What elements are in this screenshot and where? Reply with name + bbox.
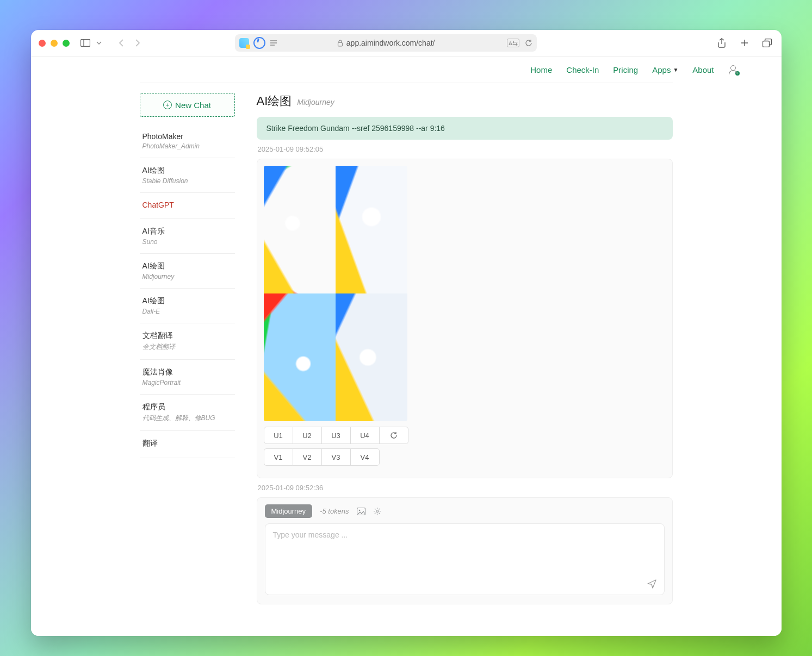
svg-point-12 [376,510,378,513]
image-attach-button[interactable] [357,508,365,515]
sidebar-item-title: 魔法肖像 [142,367,232,377]
safari-window: app.aimindwork.com/chat/ ᴀ⇆ Home Che [31,30,782,636]
u1-button[interactable]: U1 [264,427,293,444]
message-input[interactable] [272,529,638,591]
nav-about[interactable]: About [692,65,714,74]
v1-button[interactable]: V1 [264,448,293,466]
sidebar-item-title: 翻译 [142,439,232,448]
svg-point-11 [358,509,360,511]
u4-button[interactable]: U4 [351,427,380,444]
mode-pill[interactable]: Midjourney [265,504,313,518]
v3-button[interactable]: V3 [322,448,351,466]
nav-user-button[interactable]: + [728,65,738,74]
sidebar-item-subtitle: MagicPortrait [142,379,232,386]
token-cost: -5 tokens [320,507,349,515]
reload-button[interactable] [525,39,532,47]
close-window-button[interactable] [39,40,46,47]
svg-rect-5 [338,42,342,46]
sidebar-item-chatgpt[interactable]: ChatGPT [140,193,235,219]
sidebar-item-coder[interactable]: 程序员 代码生成、解释、修BUG [140,395,235,431]
titlebar: app.aimindwork.com/chat/ ᴀ⇆ [31,30,782,57]
generated-image-grid[interactable] [264,166,407,421]
svg-rect-0 [80,40,90,47]
lock-icon [337,40,343,47]
plus-circle-icon: + [163,101,172,109]
dropdown-chevron-icon[interactable] [96,37,102,49]
sidebar-item-midjourney[interactable]: AI绘图 Midjourney [140,254,235,289]
send-button[interactable] [647,578,658,589]
sidebar-toggle-button[interactable] [79,37,91,49]
extension-icon-1[interactable] [239,38,249,48]
v4-button[interactable]: V4 [351,448,380,466]
sidebar-item-title: AI绘图 [142,296,232,306]
sidebar-item-photomaker[interactable]: PhotoMaker PhotoMaker_Admin [140,124,235,158]
u3-button[interactable]: U3 [322,427,351,444]
refresh-icon [390,432,398,439]
variation-row: V1 V2 V3 V4 [264,448,666,466]
sidebar-item-title: ChatGPT [142,201,232,209]
nav-apps-label: Apps [652,65,671,74]
composer: Midjourney -5 tokens [257,497,673,604]
sidebar-item-suno[interactable]: AI音乐 Suno [140,219,235,254]
forward-button[interactable] [132,37,144,49]
sidebar-item-title: AI绘图 [142,261,232,271]
prompt-bubble: Strike Freedom Gundam --sref 2596159998 … [257,117,673,140]
sidebar-item-title: 文档翻译 [142,331,232,341]
traffic-lights [39,40,70,47]
url-text: app.aimindwork.com/chat/ [346,39,435,47]
chevron-down-icon: ▼ [673,67,678,73]
output-card: U1 U2 U3 U4 V1 V2 V3 V4 [257,159,673,478]
tabs-button[interactable] [761,37,773,49]
svg-rect-9 [763,41,770,47]
sidebar-item-dalle[interactable]: AI绘图 Dall-E [140,289,235,323]
sidebar-item-doctranslate[interactable]: 文档翻译 全文档翻译 [140,323,235,360]
new-chat-label: New Chat [175,101,211,110]
output-timestamp: 2025-01-09 09:52:36 [258,484,672,492]
main-panel: AI绘图 Midjourney Strike Freedom Gundam --… [245,93,673,604]
translate-icon[interactable]: ᴀ⇆ [507,39,519,47]
extension-icon-2[interactable] [253,37,265,49]
fullscreen-window-button[interactable] [63,40,70,47]
sidebar-item-title: PhotoMaker [142,132,232,141]
sidebar-item-subtitle: Dall-E [142,308,232,315]
generated-image-2[interactable] [336,166,407,293]
thread-title-text: AI绘图 [257,93,292,109]
thread-title: AI绘图 Midjourney [257,93,673,109]
sidebar: + New Chat PhotoMaker PhotoMaker_Admin A… [140,93,245,604]
nav-pricing[interactable]: Pricing [613,65,638,74]
sidebar-item-title: 程序员 [142,402,232,412]
sidebar-item-subtitle: PhotoMaker_Admin [142,142,232,150]
nav-home[interactable]: Home [530,65,552,74]
back-button[interactable] [115,37,127,49]
generated-image-3[interactable] [264,293,336,421]
reroll-button[interactable] [380,427,408,444]
sidebar-item-subtitle: 代码生成、解释、修BUG [142,414,232,423]
generated-image-1[interactable] [264,166,336,293]
url-bar[interactable]: app.aimindwork.com/chat/ ᴀ⇆ [235,34,537,52]
nav-apps[interactable]: Apps▼ [652,65,678,74]
thread-subtitle: Midjourney [297,98,334,107]
upscale-row: U1 U2 U3 U4 [264,427,666,444]
u2-button[interactable]: U2 [293,427,322,444]
settings-button[interactable] [373,507,381,515]
message-input-wrapper [265,523,665,595]
generated-image-4[interactable] [336,293,407,421]
sidebar-item-subtitle: Suno [142,238,232,246]
sidebar-item-subtitle: Midjourney [142,273,232,280]
new-tab-button[interactable] [739,37,751,49]
prompt-timestamp: 2025-01-09 09:52:05 [258,145,672,153]
sidebar-item-subtitle: 全文档翻译 [142,342,232,352]
user-icon: + [728,65,738,74]
sidebar-item-sd[interactable]: AI绘图 Stable Diffusion [140,158,235,193]
sidebar-item-magicportrait[interactable]: 魔法肖像 MagicPortrait [140,360,235,395]
page-content: Home Check-In Pricing Apps▼ About + + Ne… [31,57,782,636]
sidebar-item-title: AI绘图 [142,166,232,176]
v2-button[interactable]: V2 [293,448,322,466]
share-button[interactable] [716,37,728,49]
top-nav: Home Check-In Pricing Apps▼ About + [59,57,753,83]
new-chat-button[interactable]: + New Chat [140,93,235,117]
minimize-window-button[interactable] [51,40,58,47]
reader-icon[interactable] [270,40,277,46]
nav-checkin[interactable]: Check-In [566,65,599,74]
sidebar-item-translate[interactable]: 翻译 [140,431,235,458]
